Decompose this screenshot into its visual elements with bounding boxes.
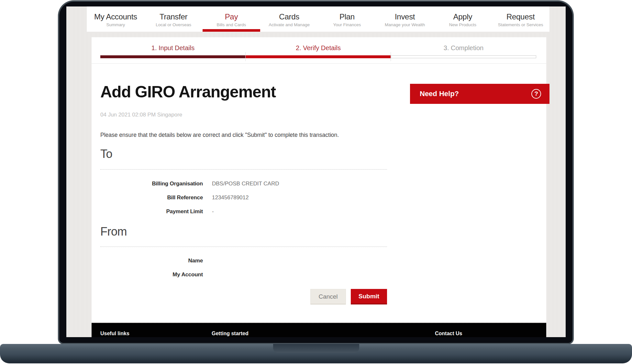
nav-label: Pay [225,12,238,21]
laptop-base [0,344,632,363]
nav-item-pay[interactable]: Pay Bills and Cards [203,6,261,32]
nav-sublabel: Activate and Manage [269,22,310,27]
section-heading-from: From [100,225,127,238]
detail-value: 123456789012 [203,194,387,203]
detail-value: - [203,208,387,216]
transaction-timestamp: 04 Jun 2021 02:08 PM Singapore [100,112,182,118]
section-divider [100,247,387,247]
main-panel: 1. Input Details 2. Verify Details 3. Co… [92,37,546,322]
nav-sublabel: New Products [449,22,476,27]
wizard-step-input-details: 1. Input Details [100,37,246,64]
page: My Accounts Summary Transfer Local or Ov… [0,0,632,364]
wizard-step-verify-details: 2. Verify Details [246,37,391,64]
detail-value [203,271,387,280]
detail-row-my-account: My Account [100,271,387,280]
laptop-hinge-notch [273,344,359,353]
step-label: 2. Verify Details [246,44,391,52]
instruction-text: Please ensure that the details below are… [100,132,339,138]
page-title: Add GIRO Arrangement [100,82,276,102]
to-details: Billing Organisation DBS/POSB CREDIT CAR… [100,181,387,222]
detail-row-billing-organisation: Billing Organisation DBS/POSB CREDIT CAR… [100,181,387,189]
nav-label: My Accounts [94,12,137,21]
footer-heading-useful-links: Useful links [100,331,129,336]
footer-heading-contact-us: Contact Us [435,331,462,336]
submit-button[interactable]: Submit [351,289,387,304]
detail-row-name: Name [100,258,387,266]
step-progress-bar [100,55,246,58]
laptop-screen: My Accounts Summary Transfer Local or Ov… [66,6,566,337]
top-navigation: My Accounts Summary Transfer Local or Ov… [87,6,549,32]
nav-sublabel: Summary [106,22,125,27]
nav-sublabel: Your Finances [333,22,361,27]
nav-label: Invest [395,12,415,21]
nav-item-apply[interactable]: Apply New Products [434,6,492,32]
laptop-lid: My Accounts Summary Transfer Local or Ov… [58,1,573,344]
nav-item-invest[interactable]: Invest Manage your Wealth [376,6,434,32]
step-label: 3. Completion [391,44,536,52]
step-progress-bar [391,55,536,58]
question-circle-icon: ? [531,89,541,99]
nav-item-transfer[interactable]: Transfer Local or Overseas [145,6,203,32]
step-label: 1. Input Details [100,44,246,52]
detail-label: Payment Limit [100,208,203,216]
detail-label: My Account [100,271,203,280]
nav-sublabel: Manage your Wealth [385,22,425,27]
need-help-button[interactable]: Need Help? ? [410,84,549,104]
detail-value: DBS/POSB CREDIT CARD [203,181,387,189]
section-heading-to: To [100,147,112,161]
nav-item-my-accounts[interactable]: My Accounts Summary [87,6,145,32]
from-details: Name My Account [100,258,387,285]
nav-sublabel: Statements or Services [498,22,543,27]
detail-row-bill-reference: Bill Reference 123456789012 [100,194,387,203]
step-progress-bar [246,55,391,58]
detail-label: Bill Reference [100,194,203,203]
nav-label: Apply [453,12,472,21]
wizard-progress: 1. Input Details 2. Verify Details 3. Co… [92,37,546,64]
nav-label: Request [506,12,535,21]
nav-item-plan[interactable]: Plan Your Finances [318,6,376,32]
wizard-step-completion: 3. Completion [391,37,536,64]
nav-label: Cards [279,12,299,21]
page-footer: Useful links Getting started Contact Us [92,323,546,337]
detail-label: Billing Organisation [100,181,203,189]
footer-heading-getting-started: Getting started [212,331,249,336]
nav-label: Plan [339,12,355,21]
nav-item-cards[interactable]: Cards Activate and Manage [260,6,318,32]
nav-item-request[interactable]: Request Statements or Services [492,6,549,32]
need-help-label: Need Help? [420,90,459,98]
detail-row-payment-limit: Payment Limit - [100,208,387,216]
section-divider [100,169,387,170]
nav-sublabel: Local or Overseas [156,22,191,27]
detail-label: Name [100,258,203,266]
cancel-button[interactable]: Cancel [310,289,346,304]
nav-label: Transfer [160,12,187,21]
nav-sublabel: Bills and Cards [216,22,246,27]
detail-value [203,258,387,266]
